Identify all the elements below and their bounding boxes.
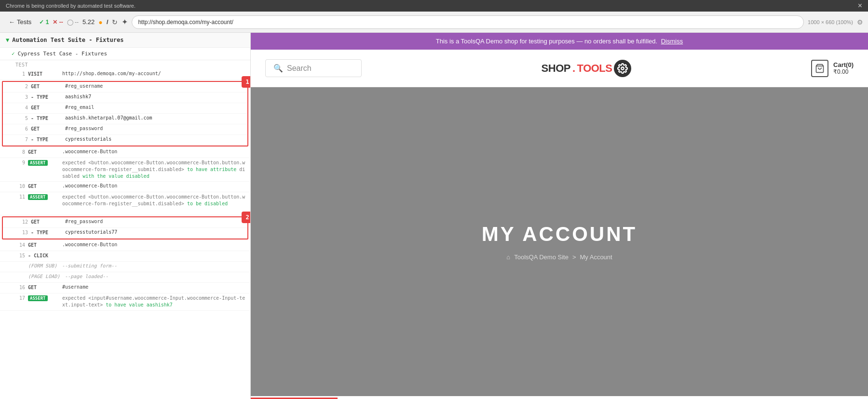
- step-17: 17 ASSERT expected <input#username.wooco…: [0, 293, 250, 311]
- demo-banner-text: This is a ToolsQA Demo shop for testing …: [436, 38, 657, 45]
- highlighted-section-2: 2 12 GET #reg_password 13 - TYPE cypress…: [2, 216, 248, 239]
- cart-area[interactable]: Cart(0) ₹0.00: [811, 60, 854, 77]
- suite-check-icon: ▼: [6, 37, 9, 43]
- back-arrow-icon: ←: [9, 18, 15, 26]
- cart-price: ₹0.00: [833, 68, 854, 75]
- breadcrumb: ⌂ ToolsQA Demo Site > My Account: [506, 253, 612, 261]
- test-case-header[interactable]: ✓ Cypress Test Case - Fixtures: [0, 48, 250, 60]
- breadcrumb-home-icon: ⌂: [506, 253, 510, 261]
- compass-icon[interactable]: ✦: [122, 17, 128, 27]
- logo-tools-text: TOOLS: [577, 62, 612, 75]
- dismiss-link[interactable]: Dismiss: [661, 38, 683, 45]
- suite-title: Automation Test Suite - Fixtures: [12, 37, 123, 43]
- breadcrumb-site: ToolsQA Demo Site: [514, 253, 569, 261]
- step-9: 9 ASSERT expected <button.woocommerce-Bu…: [0, 158, 250, 182]
- step-3: 3 - TYPE aashishk7: [3, 93, 247, 103]
- demo-banner: This is a ToolsQA Demo shop for testing …: [251, 33, 868, 50]
- step-page-load: (PAGE LOAD) --page loaded--: [0, 272, 250, 283]
- pending-count: ◯ --: [67, 19, 79, 26]
- version-number: 5.22: [82, 18, 95, 26]
- step-form-sub: (FORM SUB) --submitting form--: [0, 262, 250, 272]
- step-10: 10 GET .woocommerce-Button: [0, 182, 250, 192]
- tests-label: Tests: [17, 18, 31, 26]
- back-to-tests-link[interactable]: ← Tests: [5, 16, 35, 27]
- step-5: 5 - TYPE aashish.khetarpal.07@gmail.com: [3, 114, 247, 124]
- pass-count: ✓ 1: [39, 19, 49, 26]
- resolution-display: 1000 × 660 (100%): [808, 19, 853, 25]
- step-2: 2 GET #reg_username: [3, 82, 247, 93]
- step-7: 7 - TYPE cypresstutorials: [3, 135, 247, 146]
- step-11: 11 ASSERT expected <button.woocommerce-B…: [0, 192, 250, 215]
- chrome-automation-bar: Chrome is being controlled by automated …: [0, 0, 868, 12]
- right-panel: This is a ToolsQA Demo shop for testing …: [251, 33, 868, 399]
- step-12: 12 GET #reg_password: [3, 217, 247, 228]
- step-1: 1 VISIT http://shop.demoqa.com/my-accoun…: [0, 69, 250, 80]
- annotation-badge-1: 1: [242, 76, 251, 88]
- url-bar[interactable]: [132, 15, 804, 29]
- cypress-test-panel: ▼ Automation Test Suite - Fixtures ✓ Cyp…: [0, 33, 251, 399]
- browser-content: This is a ToolsQA Demo shop for testing …: [251, 33, 868, 399]
- hero-title: MY ACCOUNT: [482, 223, 637, 246]
- shop-header: 🔍 Search SHOP . TOOLS: [251, 50, 868, 87]
- assert-badge-11: ASSERT: [28, 194, 48, 200]
- chrome-toolbar: ← Tests ✓ 1 ✕ -- ◯ -- 5.22 ● I ↻ ✦ 1000 …: [0, 12, 868, 33]
- test-label: TEST: [0, 60, 250, 69]
- automation-notice: Chrome is being controlled by automated …: [6, 3, 136, 9]
- shop-logo: SHOP . TOOLS: [542, 60, 632, 77]
- cart-label: Cart(0): [833, 61, 854, 68]
- step-11-area: 11 ASSERT expected <button.woocommerce-B…: [0, 192, 250, 215]
- assert-badge-9: ASSERT: [28, 160, 48, 166]
- svg-point-0: [622, 67, 624, 70]
- cart-info: Cart(0) ₹0.00: [833, 61, 854, 75]
- breadcrumb-separator: >: [572, 253, 576, 261]
- step-14: 14 GET .woocommerce-Button: [0, 240, 250, 251]
- step-4: 4 GET #reg_email: [3, 103, 247, 114]
- step-13: 13 - TYPE cypresstutorials77: [3, 228, 247, 239]
- main-content: ▼ Automation Test Suite - Fixtures ✓ Cyp…: [0, 33, 868, 399]
- orange-dot-icon: ●: [98, 18, 102, 26]
- step-16: 16 GET #username: [0, 283, 250, 293]
- search-placeholder-text: Search: [287, 64, 312, 73]
- fail-count: ✕ --: [53, 19, 63, 26]
- cart-icon: [811, 60, 828, 77]
- assert-badge-17: ASSERT: [28, 295, 48, 301]
- test-case-title: Cypress Test Case - Fixtures: [18, 51, 107, 57]
- step-8: 8 GET .woocommerce-Button: [0, 147, 250, 158]
- annotation-badge-2: 2: [242, 212, 251, 223]
- hero-section: MY ACCOUNT ⌂ ToolsQA Demo Site > My Acco…: [251, 87, 868, 396]
- search-icon: 🔍: [273, 64, 283, 73]
- step-6: 6 GET #reg_password: [3, 124, 247, 135]
- test-check-icon: ✓: [12, 51, 15, 57]
- test-status-bar: ✓ 1 ✕ -- ◯ --: [39, 19, 79, 26]
- step-15: 15 - CLICK: [0, 251, 250, 262]
- logo-dot: .: [572, 62, 575, 75]
- suite-header: ▼ Automation Test Suite - Fixtures: [0, 33, 250, 48]
- settings-icon[interactable]: ⚙: [857, 18, 863, 26]
- info-icon[interactable]: I: [107, 18, 108, 26]
- bottom-bar: [251, 396, 868, 399]
- breadcrumb-page: My Account: [580, 253, 612, 261]
- logo-shop-text: SHOP: [542, 62, 570, 75]
- close-button[interactable]: ×: [858, 1, 862, 10]
- reload-button[interactable]: ↻: [112, 18, 118, 26]
- highlighted-section-1: 1 2 GET #reg_username 3 - TYPE aashishk7…: [2, 81, 248, 146]
- logo-gear-icon: [614, 60, 631, 77]
- search-box[interactable]: 🔍 Search: [265, 59, 362, 77]
